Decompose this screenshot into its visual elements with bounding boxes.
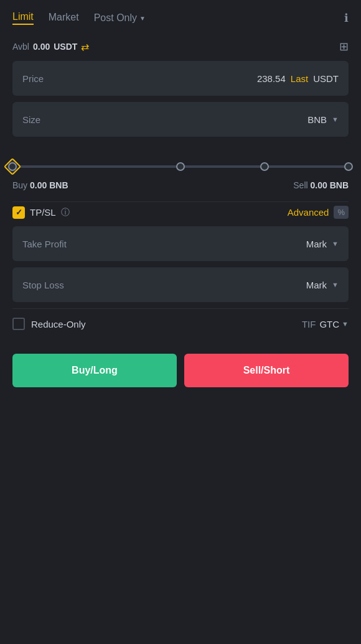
take-profit-dropdown-icon[interactable]: ▼	[332, 240, 339, 247]
size-dropdown-icon[interactable]: ▼	[332, 116, 339, 123]
sell-bnb: BNB	[330, 180, 349, 190]
slider-dot-75[interactable]	[344, 162, 353, 171]
tab-limit[interactable]: Limit	[12, 11, 34, 25]
size-label: Size	[22, 114, 40, 125]
order-type-tabs: Limit Market Post Only ▼ ℹ	[0, 0, 361, 35]
take-profit-input[interactable]: Take Profit Mark ▼	[12, 226, 349, 261]
avbl-label: Avbl	[12, 42, 29, 52]
reduce-only-row: Reduce-Only TIF GTC ▼	[0, 309, 361, 339]
chevron-down-icon: ▼	[139, 15, 146, 22]
take-profit-mark: Mark	[306, 239, 327, 249]
size-input[interactable]: Size BNB ▼	[12, 102, 349, 137]
gtc-value: GTC	[319, 319, 339, 329]
tpsl-info-icon[interactable]: ⓘ	[61, 207, 70, 218]
gtc-dropdown-icon[interactable]: ▼	[342, 320, 349, 328]
size-currency: BNB	[307, 114, 327, 125]
slider-dot-50[interactable]	[260, 162, 269, 171]
tpsl-checkbox[interactable]: ✓	[12, 206, 25, 219]
tab-post-only[interactable]: Post Only ▼	[94, 12, 146, 24]
stop-loss-dropdown-icon[interactable]: ▼	[332, 281, 339, 288]
action-buttons: Buy/Long Sell/Short	[0, 339, 361, 400]
transfer-icon[interactable]: ⇄	[81, 41, 89, 53]
price-last-label: Last	[291, 73, 308, 84]
price-label: Price	[22, 73, 44, 84]
leverage-slider-section	[0, 143, 361, 177]
percent-icon[interactable]: %	[334, 206, 349, 219]
avbl-value: 0.00	[33, 42, 50, 52]
buy-long-button[interactable]: Buy/Long	[12, 354, 177, 387]
avbl-currency: USDT	[54, 42, 77, 52]
info-icon[interactable]: ℹ	[344, 11, 349, 25]
tif-label: TIF	[302, 319, 316, 329]
reduce-only-label: Reduce-Only	[31, 319, 86, 329]
sell-amount: 0.00	[311, 180, 327, 190]
price-currency: USDT	[313, 73, 339, 84]
stop-loss-input[interactable]: Stop Loss Mark ▼	[12, 267, 349, 302]
take-profit-label: Take Profit	[22, 239, 67, 249]
advanced-button[interactable]: Advanced	[288, 207, 329, 218]
buy-bnb: BNB	[49, 180, 68, 190]
slider-dot-25[interactable]	[176, 162, 185, 171]
sell-label: Sell	[293, 180, 307, 190]
stop-loss-mark: Mark	[306, 280, 327, 290]
stop-loss-label: Stop Loss	[22, 280, 64, 290]
tpsl-label: TP/SL	[30, 207, 56, 218]
reduce-only-checkbox[interactable]	[12, 318, 25, 330]
tpsl-header: ✓ TP/SL ⓘ Advanced %	[0, 202, 361, 226]
buy-sell-summary: Buy 0.00 BNB Sell 0.00 BNB	[0, 177, 361, 201]
buy-label: Buy	[12, 180, 27, 190]
gtc-select[interactable]: GTC ▼	[319, 319, 349, 329]
price-input[interactable]: Price 238.54 Last USDT	[12, 61, 349, 96]
tab-post-only-label: Post Only	[94, 12, 137, 24]
available-balance-row: Avbl 0.00 USDT ⇄ ⊞	[0, 35, 361, 61]
tab-market[interactable]: Market	[49, 12, 79, 24]
slider-dot-100[interactable]	[8, 162, 17, 171]
slider-track[interactable]	[12, 165, 349, 168]
buy-amount: 0.00	[30, 180, 47, 190]
sell-short-button[interactable]: Sell/Short	[184, 354, 349, 387]
wallet-icon[interactable]: ⊞	[339, 40, 349, 53]
price-value: 238.54	[257, 73, 286, 84]
checkmark-icon: ✓	[16, 208, 22, 217]
